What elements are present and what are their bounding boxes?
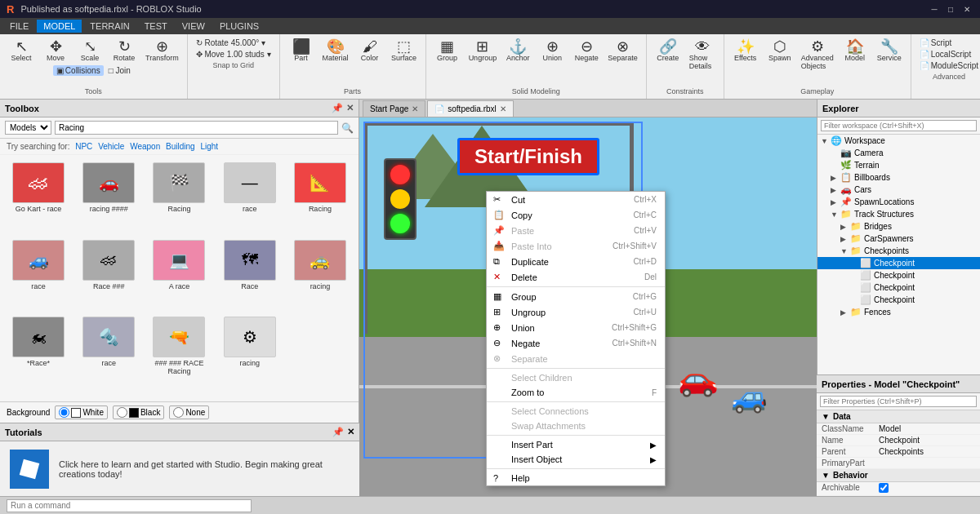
ctx-separate[interactable]: ⊗ Separate <box>487 351 665 366</box>
service-btn[interactable]: 🔧 Service <box>873 38 906 64</box>
bg-none-btn[interactable]: None <box>169 405 209 419</box>
transform-tool[interactable]: ⊕ Transform <box>142 38 182 64</box>
tree-camera[interactable]: 📷 Camera <box>817 147 980 159</box>
viewport-scene[interactable]: Start/Finish 🚗 🚙 ✂ Cut <box>359 117 817 496</box>
advanced-objects-btn[interactable]: ⚙ Advanced Objects <box>798 38 837 72</box>
ctx-ungroup[interactable]: ⊞ Ungroup Ctrl+U <box>487 304 665 320</box>
tree-track-structures[interactable]: ▼ 📁 Track Structures <box>817 208 980 220</box>
create-btn[interactable]: 🔗 Create <box>652 38 684 64</box>
tree-workspace[interactable]: ▼ 🌐 Workspace <box>817 135 980 147</box>
maximize-button[interactable]: □ <box>944 2 957 16</box>
menu-view[interactable]: VIEW <box>176 20 212 33</box>
model-btn[interactable]: 🏠 Model <box>839 38 871 64</box>
suggestion-light[interactable]: Light <box>200 142 218 151</box>
ctx-paste[interactable]: 📌 Paste Ctrl+V <box>487 223 665 238</box>
tab-softpedia[interactable]: 📄 softpedia.rbxl ✕ <box>427 100 513 117</box>
tree-billboards[interactable]: ▶ 📋 Billboards <box>817 171 980 184</box>
collisions-btn[interactable]: ▣ Collisions <box>53 65 104 76</box>
ctx-swap-attachments[interactable]: Swap Attachments <box>487 419 665 433</box>
list-item[interactable]: 📐 Racing <box>287 160 354 234</box>
list-item[interactable]: 🚗 racing #### <box>75 160 142 234</box>
close-button[interactable]: ✕ <box>960 2 973 16</box>
search-icon[interactable]: 🔍 <box>341 122 354 134</box>
suggestion-npc[interactable]: NPC <box>75 142 92 151</box>
menu-model[interactable]: MODEL <box>37 20 82 33</box>
anchor-btn[interactable]: ⚓ Anchor <box>501 38 534 64</box>
tutorials-pin-btn[interactable]: 📌 <box>332 427 344 437</box>
toolbox-close-btn[interactable]: ✕ <box>346 103 354 113</box>
ctx-select-connections[interactable]: Select Connections <box>487 404 665 419</box>
toolbox-search-input[interactable]: Racing <box>55 121 338 135</box>
tree-checkpoints-folder[interactable]: ▼ 📁 Checkpoints <box>817 245 980 257</box>
tree-checkpoint-2[interactable]: ⬜ Checkpoint <box>817 269 980 281</box>
toolbox-category-select[interactable]: Models Decals Audio <box>5 121 51 135</box>
menu-file[interactable]: FILE <box>3 20 35 33</box>
script-btn[interactable]: 📄 Script <box>916 38 980 48</box>
move-tool[interactable]: ✥ Move <box>39 38 72 64</box>
suggestion-weapon[interactable]: Weapon <box>130 142 160 151</box>
surface-btn[interactable]: ⬚ Surface <box>388 38 421 64</box>
tree-checkpoint-1[interactable]: ⬜ Checkpoint <box>817 257 980 269</box>
toolbox-pin-btn[interactable]: 📌 <box>332 103 343 113</box>
ctx-cut[interactable]: ✂ Cut Ctrl+X <box>487 192 665 207</box>
tree-car-spawners[interactable]: ▶ 📁 CarSpawners <box>817 233 980 245</box>
minimize-button[interactable]: ─ <box>928 2 941 16</box>
show-details-btn[interactable]: 👁 Show Details <box>686 38 719 72</box>
menu-test[interactable]: TEST <box>138 20 174 33</box>
ctx-help[interactable]: ? Help <box>487 471 665 485</box>
tree-cars[interactable]: ▶ 🚗 Cars <box>817 184 980 196</box>
command-input[interactable] <box>7 499 252 512</box>
tab-start-page[interactable]: Start Page ✕ <box>363 100 425 117</box>
ctx-insert-object[interactable]: Insert Object ▶ <box>487 452 665 467</box>
ungroup-btn[interactable]: ⊞ Ungroup <box>466 38 501 64</box>
menu-plugins[interactable]: PLUGINS <box>213 20 265 33</box>
tab-softpedia-close[interactable]: ✕ <box>500 104 506 113</box>
move-snap[interactable]: ✥ Move 1.00 studs ▾ <box>193 49 274 60</box>
list-item[interactable]: 🗺 Race <box>216 237 283 312</box>
tree-checkpoint-4[interactable]: ⬜ Checkpoint <box>817 294 980 306</box>
tree-bridges[interactable]: ▶ 📁 Bridges <box>817 220 980 233</box>
list-item[interactable]: — race <box>216 160 283 234</box>
list-item[interactable]: 🚙 race <box>5 237 72 312</box>
rotate-snap[interactable]: ↻ Rotate 45.000° ▾ <box>193 38 274 48</box>
ctx-copy[interactable]: 📋 Copy Ctrl+C <box>487 207 665 223</box>
list-item[interactable]: 💻 A race <box>145 237 212 312</box>
suggestion-building[interactable]: Building <box>166 142 195 151</box>
tutorials-close-btn[interactable]: ✕ <box>347 427 354 437</box>
tab-start-close[interactable]: ✕ <box>412 104 418 113</box>
module-script-btn[interactable]: 📄 ModuleScript <box>916 60 980 71</box>
list-item[interactable]: 🏍 *Race* <box>5 314 72 397</box>
color-btn[interactable]: 🖌 Color <box>354 38 386 64</box>
select-tool[interactable]: ↖ Select <box>5 38 38 64</box>
list-item[interactable]: ⚙ racing <box>216 314 283 397</box>
ctx-zoom-to[interactable]: Zoom to F <box>487 385 665 400</box>
scale-tool[interactable]: ⤡ Scale <box>74 38 106 64</box>
explorer-search-input[interactable] <box>821 120 977 131</box>
effects-btn[interactable]: ✨ Effects <box>729 38 762 64</box>
list-item[interactable]: 🏎 Go Kart - race <box>5 160 72 234</box>
properties-search-input[interactable] <box>820 396 977 407</box>
ctx-insert-part[interactable]: Insert Part ▶ <box>487 437 665 452</box>
spawn-btn[interactable]: ⬡ Spawn <box>764 38 796 64</box>
group-btn[interactable]: ▦ Group <box>431 38 464 64</box>
ctx-delete[interactable]: ✕ Delete Del <box>487 269 665 285</box>
local-script-btn[interactable]: 📄 LocalScript <box>916 49 980 60</box>
list-item[interactable]: 🏁 Racing <box>145 160 212 234</box>
tree-checkpoint-3[interactable]: ⬜ Checkpoint <box>817 281 980 294</box>
bg-white-btn[interactable]: White <box>55 405 108 419</box>
negate-btn[interactable]: ⊖ Negate <box>570 38 603 64</box>
list-item[interactable]: 🏎 Race ### <box>75 237 142 312</box>
join-btn[interactable]: □ Join <box>105 65 134 76</box>
tutorials-content[interactable]: Click here to learn and get started with… <box>0 441 359 497</box>
material-btn[interactable]: 🎨 Material <box>319 38 352 64</box>
part-btn[interactable]: ⬛ Part <box>285 38 318 64</box>
ctx-union[interactable]: ⊕ Union Ctrl+Shift+G <box>487 320 665 335</box>
ctx-paste-into[interactable]: 📥 Paste Into Ctrl+Shift+V <box>487 238 665 254</box>
separate-btn[interactable]: ⊗ Separate <box>604 38 641 64</box>
ctx-duplicate[interactable]: ⧉ Duplicate Ctrl+D <box>487 254 665 269</box>
ctx-group[interactable]: ▦ Group Ctrl+G <box>487 289 665 304</box>
bg-black-btn[interactable]: Black <box>113 405 164 419</box>
menu-terrain[interactable]: TERRAIN <box>83 20 136 33</box>
union-btn[interactable]: ⊕ Union <box>536 38 568 64</box>
ctx-negate[interactable]: ⊖ Negate Ctrl+Shift+N <box>487 335 665 351</box>
